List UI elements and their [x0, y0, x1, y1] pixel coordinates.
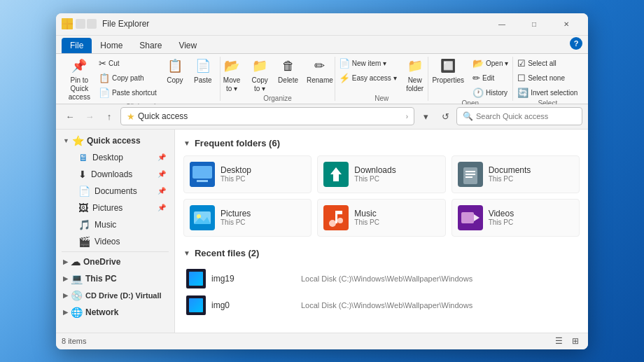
back-button[interactable]: ← — [62, 108, 78, 125]
pin-to-quick-access-button[interactable]: 📌 Pin to Quickaccess — [66, 57, 93, 103]
minimize-button[interactable]: — — [486, 13, 518, 36]
sidebar-cddrive-group[interactable]: ▶ 💿 CD Drive (D:) Virtuall — [59, 287, 172, 304]
select-all-button[interactable]: ☑ Select all — [514, 57, 580, 70]
tab-view[interactable]: View — [170, 38, 205, 53]
easy-access-button[interactable]: ⚡ Easy access ▾ — [336, 71, 400, 85]
sidebar-item-videos[interactable]: 🎬 Videos — [73, 233, 172, 250]
search-icon: 🔍 — [463, 111, 473, 121]
downloads-folder-info: Downloads This PC — [354, 165, 396, 183]
cut-button[interactable]: ✂ Cut — [96, 57, 160, 70]
sidebar-item-documents[interactable]: 📄 Documents 📌 — [73, 183, 172, 200]
desktop-folder-info: Desktop This PC — [220, 165, 251, 183]
history-icon: 🕐 — [472, 88, 484, 98]
svg-point-20 — [337, 218, 343, 223]
paste-button[interactable]: 📄 Paste — [190, 57, 216, 86]
sidebar-item-music[interactable]: 🎵 Music — [73, 216, 172, 233]
recent-item-img0[interactable]: img0 Local Disk (C:)\Windows\Web\Wallpap… — [183, 292, 580, 319]
music-label: Music — [94, 220, 166, 230]
videos-folder-info: Videos This PC — [489, 209, 514, 226]
folder-item-documents[interactable]: Documents This PC — [451, 155, 580, 193]
statusbar: 8 items ☰ ⊞ — [56, 333, 588, 349]
delete-button[interactable]: 🗑 Delete — [275, 57, 301, 86]
svg-rect-10 — [463, 167, 477, 184]
tab-home[interactable]: Home — [92, 38, 131, 53]
select-items: ☑ Select all ☐ Select none 🔄 Invert sele… — [514, 57, 580, 99]
maximize-button[interactable]: □ — [518, 13, 550, 36]
open-button[interactable]: 📂 Open ▾ — [470, 57, 511, 70]
folder-item-videos[interactable]: Videos This PC — [451, 199, 580, 237]
folder-item-music[interactable]: Music This PC — [317, 199, 445, 237]
refresh-button[interactable]: ↺ — [437, 108, 454, 125]
music-folder-info: Music This PC — [354, 209, 379, 226]
help-button[interactable]: ? — [570, 37, 582, 50]
sidebar-network-group[interactable]: ▶ 🌐 Network — [59, 304, 172, 321]
cddrive-icon: 💿 — [71, 290, 83, 301]
forward-button[interactable]: → — [81, 108, 98, 125]
quick-access-star-icon: ⭐ — [72, 135, 84, 146]
sidebar-onedrive-group[interactable]: ▶ ☁ OneDrive — [59, 253, 172, 270]
thispc-icon: 💻 — [71, 273, 83, 284]
tab-file[interactable]: File — [62, 38, 92, 53]
sidebar-item-desktop[interactable]: 🖥 Desktop 📌 — [73, 149, 172, 166]
quick-access-toolbar-btn2[interactable] — [87, 19, 97, 29]
recent-item-img19[interactable]: img19 Local Disk (C:)\Windows\Web\Wallpa… — [183, 265, 580, 292]
search-input[interactable] — [476, 112, 576, 120]
svg-rect-12 — [465, 174, 475, 175]
cddrive-label: CD Drive (D:) Virtuall — [85, 291, 162, 300]
sidebar-thispc-group[interactable]: ▶ 💻 This PC — [59, 270, 172, 287]
invert-selection-button[interactable]: 🔄 Invert selection — [514, 86, 580, 99]
search-box[interactable]: 🔍 — [456, 107, 582, 125]
select-none-button[interactable]: ☐ Select none — [514, 71, 580, 85]
copy-to-button[interactable]: 📁 Copyto ▾ — [247, 57, 272, 95]
folder-item-downloads[interactable]: Downloads This PC — [317, 155, 445, 193]
sidebar-quick-access-group[interactable]: ▼ ⭐ Quick access — [59, 132, 172, 149]
paste-icon: 📄 — [195, 58, 211, 75]
address-bar[interactable]: ★ Quick access › — [120, 107, 414, 125]
open-icon: 📂 — [472, 58, 484, 69]
new-item-button[interactable]: 📄 New item ▾ — [336, 57, 400, 70]
history-button[interactable]: 🕐 History — [470, 86, 511, 99]
edit-button[interactable]: ✏ Edit — [470, 71, 511, 85]
titlebar-actions — [76, 19, 97, 29]
sidebar-item-pictures[interactable]: 🖼 Pictures 📌 — [73, 200, 172, 216]
svg-rect-6 — [197, 180, 208, 182]
downloads-pin-icon: 📌 — [158, 170, 166, 178]
tab-share[interactable]: Share — [131, 38, 170, 53]
svg-point-19 — [329, 220, 336, 227]
documents-folder-path: This PC — [489, 175, 531, 183]
close-button[interactable]: ✕ — [550, 13, 582, 36]
properties-icon: 🔲 — [440, 58, 456, 75]
videos-folder-name: Videos — [489, 209, 514, 218]
organize-items: 📂 Moveto ▾ 📁 Copyto ▾ 🗑 Delete ✏ Rename — [219, 57, 336, 95]
select-none-icon: ☐ — [517, 73, 526, 83]
address-dropdown-button[interactable]: ▾ — [417, 108, 434, 125]
up-button[interactable]: ↑ — [101, 108, 118, 125]
desktop-folder-path: This PC — [220, 175, 251, 183]
ribbon-group-organize: 📂 Moveto ▾ 📁 Copyto ▾ 🗑 Delete ✏ Rename … — [220, 57, 336, 101]
folder-item-desktop[interactable]: Desktop This PC — [183, 155, 312, 193]
svg-rect-22 — [335, 211, 342, 214]
img19-icon — [186, 269, 206, 288]
quick-access-toolbar-btn[interactable] — [76, 19, 85, 29]
copy-button[interactable]: 📋 Copy — [162, 57, 188, 86]
list-view-button[interactable]: ☰ — [552, 334, 566, 348]
pictures-icon: 🖼 — [78, 202, 88, 214]
pictures-folder-path: This PC — [220, 218, 251, 226]
properties-button[interactable]: 🔲 Properties — [429, 57, 467, 86]
downloads-folder-path: This PC — [354, 175, 396, 183]
new-folder-button[interactable]: 📁 Newfolder — [402, 57, 428, 95]
documents-folder-info: Documents This PC — [489, 165, 531, 183]
folder-item-pictures[interactable]: Pictures This PC — [183, 199, 312, 237]
grid-view-button[interactable]: ⊞ — [568, 334, 582, 348]
paste-shortcut-button[interactable]: 📄 Paste shortcut — [96, 86, 160, 99]
copy-path-button[interactable]: 📋 Copy path — [96, 71, 160, 85]
titlebar: File Explorer — □ ✕ — [56, 13, 588, 36]
music-folder-name: Music — [354, 209, 379, 218]
new-items: 📄 New item ▾ ⚡ Easy access ▾ 📁 Newfolder — [336, 57, 428, 95]
sidebar-item-downloads[interactable]: ⬇ Downloads 📌 — [73, 166, 172, 183]
desktop-pin-icon: 📌 — [158, 153, 166, 161]
move-to-button[interactable]: 📂 Moveto ▾ — [219, 57, 244, 95]
move-to-icon: 📂 — [223, 58, 240, 75]
rename-button[interactable]: ✏ Rename — [304, 57, 336, 86]
desktop-folder-icon — [190, 162, 215, 187]
